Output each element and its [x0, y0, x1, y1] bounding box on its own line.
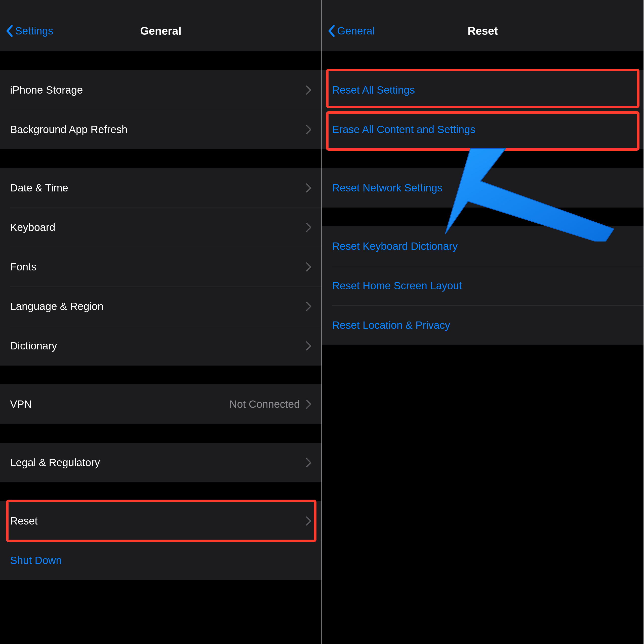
row-label: Shut Down	[10, 554, 62, 567]
chevron-right-icon	[306, 399, 311, 409]
back-label: Settings	[15, 25, 53, 37]
nav-bar: General Reset	[322, 11, 643, 51]
page-title: General	[140, 25, 181, 37]
row-label: Reset All Settings	[332, 84, 415, 96]
row-fonts[interactable]: Fonts	[0, 247, 321, 287]
chevron-right-icon	[306, 85, 311, 95]
chevron-right-icon	[306, 458, 311, 467]
row-date-time[interactable]: Date & Time	[0, 168, 321, 208]
row-keyboard[interactable]: Keyboard	[0, 208, 321, 247]
chevron-right-icon	[306, 516, 311, 526]
chevron-right-icon	[306, 262, 311, 272]
row-label: Background App Refresh	[10, 124, 128, 136]
row-reset-all-settings[interactable]: Reset All Settings	[322, 70, 643, 110]
chevron-right-icon	[306, 125, 311, 134]
row-reset-home-screen[interactable]: Reset Home Screen Layout	[322, 266, 643, 305]
row-background-app-refresh[interactable]: Background App Refresh	[0, 110, 321, 149]
settings-group: Legal & Regulatory	[0, 443, 321, 482]
row-vpn[interactable]: VPN Not Connected	[0, 384, 321, 424]
row-reset-location-privacy[interactable]: Reset Location & Privacy	[322, 305, 643, 345]
row-label: Reset Location & Privacy	[332, 319, 450, 331]
settings-group: VPN Not Connected	[0, 384, 321, 424]
chevron-right-icon	[306, 183, 311, 193]
row-iphone-storage[interactable]: iPhone Storage	[0, 70, 321, 110]
row-reset-keyboard-dictionary[interactable]: Reset Keyboard Dictionary	[322, 226, 643, 266]
chevron-right-icon	[306, 302, 311, 311]
reset-settings-screen: General Reset Reset All Settings Erase A…	[322, 0, 644, 644]
settings-group: iPhone Storage Background App Refresh	[0, 70, 321, 149]
row-label: Reset Home Screen Layout	[332, 280, 462, 292]
row-shut-down[interactable]: Shut Down	[0, 541, 321, 580]
row-reset-network[interactable]: Reset Network Settings	[322, 168, 643, 208]
highlight-annotation	[6, 500, 316, 542]
row-detail: Not Connected	[229, 398, 300, 410]
row-label: Reset Network Settings	[332, 182, 442, 194]
row-label: iPhone Storage	[10, 84, 83, 96]
row-label: Erase All Content and Settings	[332, 124, 475, 136]
settings-group: Reset All Settings Erase All Content and…	[322, 70, 643, 149]
row-dictionary[interactable]: Dictionary	[0, 326, 321, 366]
status-bar	[322, 0, 643, 11]
row-reset[interactable]: Reset	[0, 501, 321, 541]
row-label: Date & Time	[10, 182, 68, 194]
settings-group: Reset Shut Down	[0, 501, 321, 580]
row-language-region[interactable]: Language & Region	[0, 287, 321, 326]
back-button[interactable]: Settings	[0, 24, 53, 37]
row-label: Keyboard	[10, 221, 55, 233]
row-erase-all-content[interactable]: Erase All Content and Settings	[322, 110, 643, 149]
general-settings-screen: Settings General iPhone Storage Backgrou…	[0, 0, 322, 644]
row-label: Fonts	[10, 261, 36, 273]
settings-group: Reset Keyboard Dictionary Reset Home Scr…	[322, 226, 643, 345]
row-legal-regulatory[interactable]: Legal & Regulatory	[0, 443, 321, 482]
chevron-right-icon	[306, 341, 311, 351]
back-label: General	[337, 25, 375, 37]
chevron-left-icon	[5, 24, 14, 37]
row-label: VPN	[10, 398, 32, 410]
status-bar	[0, 0, 321, 11]
row-label: Legal & Regulatory	[10, 457, 100, 469]
chevron-right-icon	[306, 223, 311, 232]
nav-bar: Settings General	[0, 11, 321, 51]
row-label: Dictionary	[10, 340, 57, 352]
row-label: Language & Region	[10, 300, 103, 312]
chevron-left-icon	[327, 24, 336, 37]
settings-group: Reset Network Settings	[322, 168, 643, 208]
row-label: Reset	[10, 515, 38, 527]
settings-group: Date & Time Keyboard Fonts Language & Re…	[0, 168, 321, 366]
back-button[interactable]: General	[322, 24, 375, 37]
page-title: Reset	[468, 25, 498, 37]
row-label: Reset Keyboard Dictionary	[332, 240, 458, 252]
